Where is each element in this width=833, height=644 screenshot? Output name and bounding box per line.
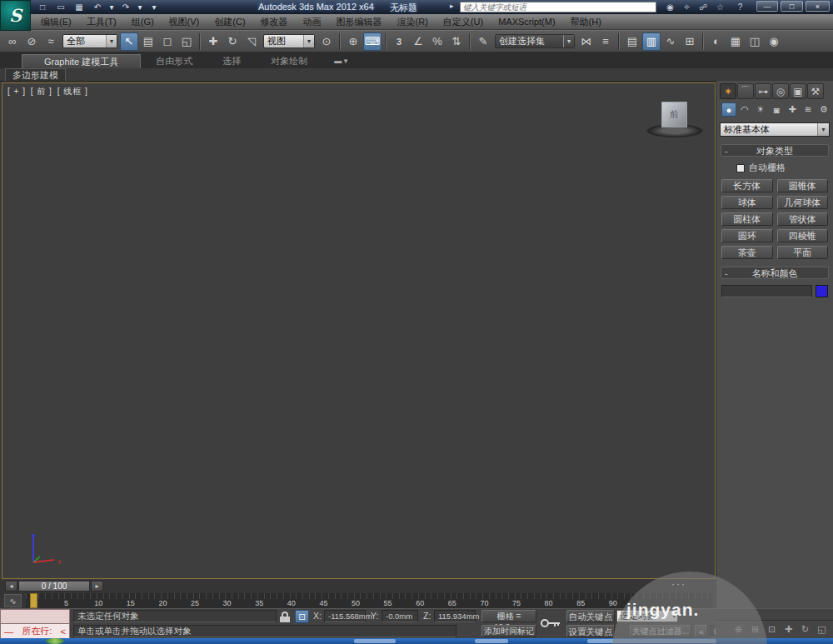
- save-file-icon[interactable]: ▦: [72, 2, 87, 13]
- ruler-band[interactable]: 051015202530354045505560657075808590: [26, 593, 712, 608]
- motion-tab-icon[interactable]: ◎: [772, 83, 789, 99]
- communication-center-icon[interactable]: ☍: [696, 1, 711, 12]
- helpers-category-icon[interactable]: ✚: [785, 102, 800, 117]
- x-coordinate-field[interactable]: -115.568mm: [324, 610, 366, 622]
- viewport-menu-plus[interactable]: [ + ]: [7, 87, 26, 96]
- subtab-polygon-modeling[interactable]: 多边形建模: [5, 68, 66, 81]
- spacewarps-category-icon[interactable]: ≋: [801, 102, 816, 117]
- set-keys-key-icon[interactable]: [539, 610, 562, 637]
- menu-rendering[interactable]: 渲染(R): [390, 14, 436, 30]
- layer-manager-icon[interactable]: ▤: [623, 32, 641, 51]
- cylinder-button[interactable]: 圆柱体: [721, 212, 773, 226]
- unlink-selection-icon[interactable]: ⊘: [22, 32, 41, 51]
- material-editor-icon[interactable]: ◐: [707, 32, 726, 51]
- sphere-button[interactable]: 球体: [721, 196, 773, 209]
- shapes-category-icon[interactable]: ◠: [737, 102, 752, 117]
- object-type-rollout-header[interactable]: - 对象类型: [721, 144, 829, 157]
- maximize-button[interactable]: □: [781, 1, 803, 12]
- snap-toggle-3d-icon[interactable]: 3: [390, 32, 408, 51]
- select-object-icon[interactable]: ↖: [120, 32, 138, 51]
- menu-group[interactable]: 组(G): [124, 14, 162, 30]
- ribbon-tab-graphite[interactable]: Graphite 建模工具: [22, 54, 141, 68]
- keyboard-shortcut-override-icon[interactable]: ⌨: [363, 32, 382, 51]
- box-button[interactable]: 长方体: [721, 179, 773, 192]
- angle-snap-icon[interactable]: ∠: [409, 32, 427, 51]
- edit-named-selection-sets-icon[interactable]: ✎: [474, 32, 492, 51]
- menu-create[interactable]: 创建(C): [207, 14, 252, 30]
- object-color-swatch[interactable]: [816, 285, 828, 297]
- systems-category-icon[interactable]: ⚙: [816, 102, 831, 117]
- select-and-rotate-icon[interactable]: ↻: [223, 32, 242, 51]
- maximize-viewport-icon[interactable]: ◱: [815, 623, 829, 637]
- close-button[interactable]: ×: [806, 1, 830, 12]
- rendered-frame-window-icon[interactable]: ◫: [746, 32, 764, 51]
- new-file-icon[interactable]: □: [35, 2, 50, 13]
- cone-button[interactable]: 圆锥体: [777, 179, 829, 192]
- display-tab-icon[interactable]: ▣: [790, 83, 806, 99]
- reference-coordinate-dropdown[interactable]: 视图 ▾: [263, 34, 315, 48]
- ribbon-tab-selection[interactable]: 选择: [207, 54, 256, 68]
- set-key-button[interactable]: 设置关键点: [566, 625, 615, 637]
- zoom-extents-icon[interactable]: ⊡: [765, 623, 779, 637]
- autogrid-checkbox[interactable]: [736, 164, 745, 172]
- add-time-tag-button[interactable]: 添加时间标记: [481, 625, 536, 637]
- utilities-tab-icon[interactable]: ⚒: [807, 83, 824, 99]
- rectangular-selection-region-icon[interactable]: ◻: [158, 32, 177, 51]
- percent-snap-icon[interactable]: %: [428, 32, 446, 51]
- open-file-icon[interactable]: ▭: [53, 2, 68, 13]
- redo-icon[interactable]: ↷: [118, 2, 133, 13]
- ribbon-minimize-icon[interactable]: ▬ ▾: [334, 54, 347, 68]
- cameras-category-icon[interactable]: ◙: [769, 102, 784, 117]
- viewport-front[interactable]: [ + ] [ 前 ] [ 线框 ] 前 x: [2, 82, 716, 579]
- time-slider-marker[interactable]: [30, 593, 37, 608]
- start-orb[interactable]: [46, 638, 64, 644]
- menu-help[interactable]: 帮助(H): [563, 14, 609, 30]
- auto-key-button[interactable]: 自动关键点: [566, 610, 615, 622]
- select-and-manipulate-icon[interactable]: ⊕: [344, 32, 362, 51]
- menu-edit[interactable]: 编辑(E): [33, 14, 79, 30]
- minimize-button[interactable]: —: [756, 1, 778, 12]
- menu-views[interactable]: 视图(V): [162, 14, 207, 30]
- mirror-icon[interactable]: ⋈: [577, 32, 596, 51]
- absolute-mode-toggle-icon[interactable]: ⊡: [295, 610, 309, 623]
- pan-icon[interactable]: ✚: [781, 623, 796, 637]
- named-selection-sets-dropdown[interactable]: 创建选择集 ▾: [495, 34, 575, 48]
- viewport-menu-view[interactable]: [ 前 ]: [31, 87, 52, 96]
- name-color-rollout-header[interactable]: - 名称和颜色: [721, 267, 829, 279]
- render-setup-icon[interactable]: ▦: [726, 32, 745, 51]
- maxscript-mini-listener[interactable]: — 所在行: <: [0, 624, 70, 639]
- select-and-scale-icon[interactable]: ◹: [242, 32, 261, 51]
- lights-category-icon[interactable]: ☀: [753, 102, 768, 117]
- mini-curve-editor-icon[interactable]: ∿: [4, 594, 22, 607]
- undo-dropdown-icon[interactable]: ▾: [108, 2, 115, 13]
- ribbon-tab-freeform[interactable]: 自由形式: [141, 54, 207, 68]
- schematic-view-icon[interactable]: ⊞: [681, 32, 699, 51]
- infocenter-search-input[interactable]: [460, 2, 656, 12]
- viewport-menu-shading[interactable]: [ 线框 ]: [57, 87, 88, 96]
- previous-frame-icon[interactable]: ◂: [5, 581, 17, 592]
- modify-tab-icon[interactable]: ⌒: [737, 83, 754, 99]
- tube-button[interactable]: 管状体: [777, 212, 829, 226]
- undo-icon[interactable]: ↶: [90, 2, 105, 13]
- object-name-input[interactable]: [721, 285, 812, 297]
- menu-animation[interactable]: 动画: [296, 14, 329, 30]
- favorites-star-icon[interactable]: ☆: [713, 1, 727, 12]
- window-crossing-icon[interactable]: ◱: [177, 32, 196, 51]
- time-slider-frame-display[interactable]: 0 / 100: [18, 581, 90, 592]
- select-by-name-icon[interactable]: ▤: [139, 32, 157, 51]
- maxscript-macro-recorder[interactable]: [0, 609, 70, 624]
- teapot-button[interactable]: 茶壶: [721, 246, 773, 259]
- help-icon[interactable]: ?: [733, 1, 747, 12]
- geosphere-button[interactable]: 几何球体: [777, 196, 829, 209]
- graphite-ribbon-toggle-icon[interactable]: ▥: [642, 32, 661, 51]
- menu-tools[interactable]: 工具(T): [79, 14, 124, 30]
- primitive-category-dropdown[interactable]: 标准基本体 ▾: [720, 122, 830, 137]
- select-and-link-icon[interactable]: ∞: [3, 32, 22, 51]
- bind-to-spacewarp-icon[interactable]: ≈: [42, 32, 60, 51]
- taskbar-button[interactable]: [475, 639, 508, 643]
- menu-customize[interactable]: 自定义(U): [436, 14, 491, 30]
- next-frame-icon[interactable]: ▸: [91, 581, 103, 592]
- hierarchy-tab-icon[interactable]: ⊶: [755, 83, 771, 99]
- search-icon[interactable]: ◉: [663, 1, 677, 12]
- menu-modifiers[interactable]: 修改器: [253, 14, 296, 30]
